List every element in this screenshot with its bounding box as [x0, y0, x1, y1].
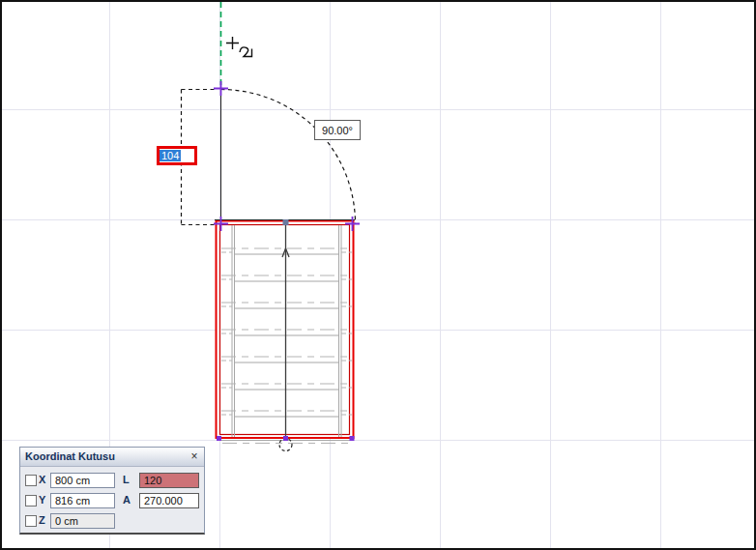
z-value-field[interactable]: 0 cm	[50, 513, 115, 529]
x-value-field[interactable]: 800 cm	[50, 473, 115, 488]
y-axis-label: Y	[39, 494, 45, 506]
construction-guides	[182, 2, 221, 225]
angle-arc	[221, 90, 356, 224]
x-axis-label: X	[39, 474, 45, 485]
dimension-input-value: 104	[160, 150, 181, 161]
crosshair-cursor	[226, 37, 252, 57]
angle-value-field[interactable]: 270.000	[139, 493, 199, 508]
snap-cross-markers	[214, 81, 360, 231]
coordinate-box-titlebar[interactable]: Koordinat Kutusu ×	[20, 448, 204, 467]
y-lock-checkbox[interactable]	[25, 495, 37, 507]
z-lock-checkbox[interactable]	[25, 515, 37, 527]
length-label: L	[123, 474, 130, 485]
midpoint-marker	[283, 219, 289, 225]
angle-readout: 90.00°	[314, 120, 361, 140]
coordinate-box-panel: Koordinat Kutusu × X 800 cm L 120 Y 816 …	[19, 447, 205, 535]
y-value-field[interactable]: 816 cm	[50, 493, 115, 508]
close-icon[interactable]: ×	[188, 449, 201, 463]
angle-label: A	[123, 494, 131, 506]
dimension-input[interactable]: 104	[157, 146, 197, 165]
cad-drawing-area[interactable]: 90.00° 104 Koordinat Kutusu × X 800 cm L…	[0, 0, 756, 550]
length-value-field[interactable]: 120	[139, 473, 199, 488]
coordinate-box-title: Koordinat Kutusu	[25, 450, 115, 462]
z-axis-label: Z	[39, 514, 45, 526]
x-lock-checkbox[interactable]	[25, 475, 37, 486]
stair-object[interactable]	[215, 219, 355, 451]
